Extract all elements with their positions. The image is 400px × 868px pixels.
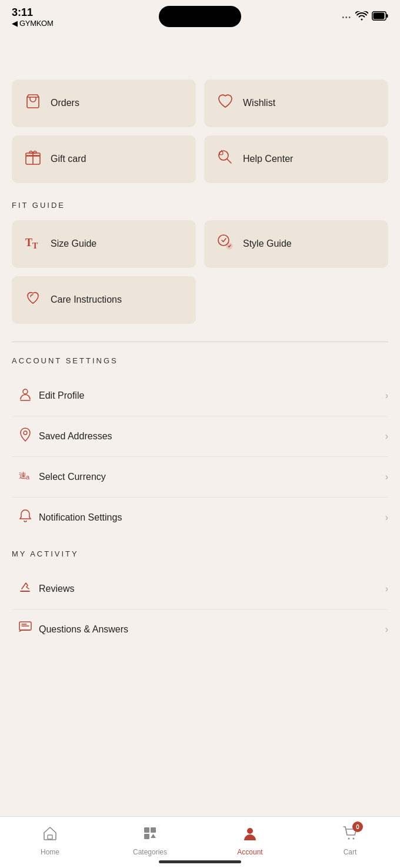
categories-label: Categories: [133, 848, 167, 856]
styleguide-card[interactable]: Style Guide: [204, 220, 388, 268]
wifi-icon: [355, 11, 368, 23]
qa-label: Questions & Answers: [39, 624, 385, 635]
cart-badge: 0: [352, 821, 363, 832]
sizeguide-card[interactable]: T T Size Guide: [12, 220, 196, 268]
notification-settings-item[interactable]: Notification Settings ›: [12, 498, 388, 538]
svg-point-24: [348, 838, 350, 840]
signal-icon: •••: [342, 14, 352, 21]
orders-card[interactable]: Orders: [12, 79, 196, 127]
svg-rect-2: [386, 14, 388, 18]
wishlist-label: Wishlist: [243, 98, 275, 108]
account-icon: [242, 825, 258, 846]
sizeguide-label: Size Guide: [51, 238, 96, 249]
select-currency-label: Select Currency: [39, 472, 385, 482]
svg-text:a: a: [26, 473, 30, 481]
notification-settings-label: Notification Settings: [39, 512, 385, 523]
edit-profile-icon: [12, 386, 39, 405]
svg-point-11: [23, 389, 28, 394]
status-indicators: •••: [342, 11, 388, 23]
home-indicator: [159, 860, 241, 863]
svg-point-13: [24, 431, 27, 435]
svg-point-23: [247, 828, 253, 834]
giftcard-icon: [24, 148, 42, 170]
my-activity-list: Reviews › Questions & Answers ›: [12, 569, 388, 650]
wishlist-icon: [216, 92, 235, 114]
svg-point-25: [353, 838, 355, 840]
saved-addresses-icon: [12, 427, 39, 446]
helpcenter-label: Help Center: [243, 154, 293, 164]
svg-text:T: T: [32, 241, 38, 250]
careinstructions-card[interactable]: Care Instructions: [12, 276, 196, 324]
battery-icon: [372, 11, 388, 23]
helpcenter-card[interactable]: Help Center: [204, 135, 388, 183]
saved-addresses-label: Saved Addresses: [39, 431, 385, 442]
saved-addresses-chevron: ›: [385, 431, 388, 442]
svg-marker-22: [151, 834, 156, 838]
reviews-item[interactable]: Reviews ›: [12, 569, 388, 609]
status-carrier: ◀ GYMKOM: [12, 19, 53, 28]
styleguide-icon: [216, 233, 235, 255]
svg-rect-21: [144, 834, 149, 839]
svg-rect-1: [374, 13, 385, 19]
edit-profile-item[interactable]: Edit Profile ›: [12, 376, 388, 416]
svg-rect-19: [144, 827, 149, 833]
select-currency-item[interactable]: 速 a Select Currency ›: [12, 457, 388, 498]
edit-profile-chevron: ›: [385, 390, 388, 401]
select-currency-icon: 速 a: [12, 468, 39, 486]
fit-guide-heading: FIT GUIDE: [12, 201, 388, 210]
styleguide-label: Style Guide: [243, 238, 292, 249]
my-activity-heading: MY ACTIVITY: [12, 549, 388, 558]
fit-guide-grid: T T Size Guide Style Guide: [12, 220, 388, 268]
careinstructions-label: Care Instructions: [51, 294, 122, 305]
reviews-icon: [12, 579, 39, 598]
giftcard-card[interactable]: Gift card: [12, 135, 196, 183]
account-settings-section: ACCOUNT SETTINGS Edit Profile ›: [12, 356, 388, 538]
qa-chevron: ›: [385, 624, 388, 635]
orders-label: Orders: [51, 98, 79, 108]
careinstructions-icon: [24, 289, 42, 311]
home-label: Home: [41, 848, 59, 856]
account-settings-heading: ACCOUNT SETTINGS: [12, 356, 388, 365]
svg-rect-20: [151, 827, 156, 833]
qa-icon: [12, 620, 39, 639]
reviews-chevron: ›: [385, 584, 388, 594]
edit-profile-label: Edit Profile: [39, 390, 385, 401]
qa-item[interactable]: Questions & Answers ›: [12, 609, 388, 650]
my-activity-section: MY ACTIVITY Reviews ›: [12, 549, 388, 650]
section-divider: [12, 342, 388, 342]
status-time: 3:11: [12, 7, 33, 19]
dynamic-island: [159, 6, 241, 27]
nav-cart[interactable]: 0 Cart: [300, 817, 400, 868]
saved-addresses-item[interactable]: Saved Addresses ›: [12, 416, 388, 457]
fit-guide-section: FIT GUIDE T T Size Guide: [12, 201, 388, 324]
reviews-label: Reviews: [39, 584, 385, 594]
categories-icon: [142, 825, 158, 846]
svg-text:T: T: [25, 237, 32, 249]
notification-settings-chevron: ›: [385, 512, 388, 523]
notification-settings-icon: [12, 508, 39, 527]
orders-icon: [24, 92, 42, 114]
select-currency-chevron: ›: [385, 472, 388, 482]
account-label: Account: [237, 848, 262, 856]
cart-icon: 0: [342, 825, 358, 846]
quick-actions-grid: Orders Wishlist Gift card: [12, 79, 388, 183]
account-settings-list: Edit Profile › Saved Addresses › 速 a: [12, 376, 388, 538]
nav-home[interactable]: Home: [0, 817, 100, 868]
giftcard-label: Gift card: [51, 154, 86, 164]
wishlist-card[interactable]: Wishlist: [204, 79, 388, 127]
home-icon: [42, 825, 58, 846]
svg-rect-18: [48, 835, 52, 839]
sizeguide-icon: T T: [24, 233, 42, 255]
main-content: Orders Wishlist Gift card: [0, 32, 400, 720]
helpcenter-icon: [216, 148, 235, 170]
status-bar: 3:11 ◀ GYMKOM •••: [0, 0, 400, 32]
cart-label: Cart: [344, 848, 357, 856]
